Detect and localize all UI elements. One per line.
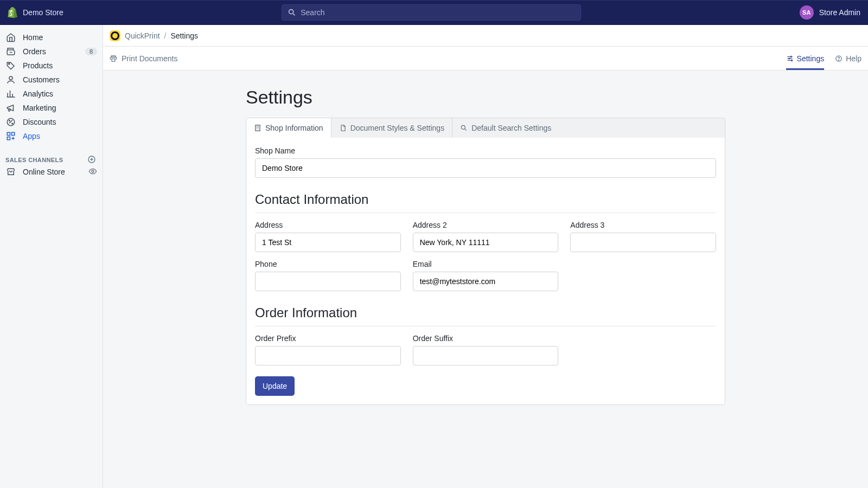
topbar-left: Demo Store xyxy=(8,7,63,18)
tab-default-search-settings[interactable]: Default Search Settings xyxy=(452,118,559,138)
label-order-suffix: Order Suffix xyxy=(413,334,559,343)
sidebar-item-label: Customers xyxy=(23,75,60,84)
subbar-link-settings[interactable]: Settings xyxy=(786,54,825,69)
sidebar-item-label: Home xyxy=(23,33,43,42)
sidebar-item-marketing[interactable]: Marketing xyxy=(0,101,103,115)
field-address-3: Address 3 xyxy=(570,221,716,252)
discounts-icon xyxy=(5,117,16,127)
sliders-icon xyxy=(786,55,794,62)
svg-point-5 xyxy=(9,120,10,121)
breadcrumb: QuickPrint / Settings xyxy=(103,25,868,47)
input-address-2[interactable] xyxy=(413,233,559,252)
sidebar-item-customers[interactable]: Customers xyxy=(0,73,103,87)
sidebar-item-apps[interactable]: Apps xyxy=(0,129,103,143)
label-email: Email xyxy=(413,260,559,268)
svg-point-11 xyxy=(92,170,94,172)
sidebar-item-label: Discounts xyxy=(23,118,56,126)
apps-icon xyxy=(5,131,16,142)
search-small-icon xyxy=(460,124,468,132)
sidebar-item-label: Analytics xyxy=(23,89,53,98)
sidebar-section-sales-channels: SALES CHANNELS xyxy=(0,155,103,165)
avatar: SA xyxy=(800,5,814,20)
sidebar-item-discounts[interactable]: Discounts xyxy=(0,115,103,129)
analytics-icon xyxy=(5,88,16,99)
sidebar-item-label: Marketing xyxy=(23,104,56,112)
input-address-3[interactable] xyxy=(570,233,716,252)
sidebar-item-label: Products xyxy=(23,61,53,70)
tab-shop-information[interactable]: Shop Information xyxy=(246,118,331,138)
subbar-settings-label: Settings xyxy=(797,54,825,63)
search-input[interactable] xyxy=(301,8,575,17)
admin-name: Store Admin xyxy=(819,8,860,17)
field-email: Email xyxy=(413,260,559,291)
page: Settings Shop Information Document Style… xyxy=(103,70,868,427)
customers-icon xyxy=(5,74,16,85)
add-circle-icon[interactable] xyxy=(87,155,97,165)
printer-icon xyxy=(110,55,117,62)
row-addresses: Address Address 2 Address 3 xyxy=(255,221,716,252)
divider xyxy=(255,213,716,213)
input-order-prefix[interactable] xyxy=(255,346,401,365)
shopify-logo-icon xyxy=(8,7,17,18)
label-address: Address xyxy=(255,221,401,229)
tab-label: Default Search Settings xyxy=(471,124,551,132)
subbar-print-label: Print Documents xyxy=(122,54,177,63)
sidebar-item-orders[interactable]: Orders 8 xyxy=(0,44,103,59)
breadcrumb-app-link[interactable]: QuickPrint xyxy=(125,31,160,40)
subbar-right: Settings Help xyxy=(786,48,861,69)
eye-icon[interactable] xyxy=(88,167,97,177)
products-icon xyxy=(5,60,16,71)
svg-rect-9 xyxy=(7,137,10,140)
field-address-2: Address 2 xyxy=(413,221,559,252)
field-order-suffix: Order Suffix xyxy=(413,334,559,365)
breadcrumb-current: Settings xyxy=(170,31,198,40)
label-order-prefix: Order Prefix xyxy=(255,334,401,343)
input-phone[interactable] xyxy=(255,272,401,291)
input-order-suffix[interactable] xyxy=(413,346,559,365)
svg-point-2 xyxy=(9,63,10,65)
label-address-2: Address 2 xyxy=(413,221,559,229)
svg-line-1 xyxy=(293,14,295,15)
label-shop-name: Shop Name xyxy=(255,146,716,155)
marketing-icon xyxy=(5,102,16,113)
svg-point-3 xyxy=(9,76,12,80)
row-phone-email: Phone Email xyxy=(255,260,716,291)
svg-point-20 xyxy=(461,125,465,129)
input-shop-name[interactable] xyxy=(255,158,716,178)
document-icon xyxy=(339,124,347,132)
update-button[interactable]: Update xyxy=(255,376,295,396)
sidebar-channel-online-store[interactable]: Online Store xyxy=(0,165,103,179)
input-address[interactable] xyxy=(255,233,401,252)
svg-point-18 xyxy=(839,60,839,60)
svg-rect-8 xyxy=(12,132,15,135)
svg-point-0 xyxy=(289,10,293,14)
field-shop-name: Shop Name xyxy=(255,146,716,178)
sidebar-item-label: Apps xyxy=(23,132,40,140)
online-store-icon xyxy=(5,166,16,177)
tab-label: Shop Information xyxy=(265,124,323,132)
svg-point-15 xyxy=(788,57,789,59)
input-email[interactable] xyxy=(413,272,559,291)
building-icon xyxy=(254,124,261,132)
svg-rect-13 xyxy=(112,59,115,61)
app-logo-icon xyxy=(110,30,120,41)
sidebar-channel-label: Online Store xyxy=(23,168,65,176)
sidebar-item-home[interactable]: Home xyxy=(0,30,103,44)
sidebar-item-analytics[interactable]: Analytics xyxy=(0,87,103,101)
tab-label: Document Styles & Settings xyxy=(350,124,445,132)
sidebar-item-products[interactable]: Products xyxy=(0,59,103,73)
subbar-help-label: Help xyxy=(846,54,861,63)
section-title-contact-information: Contact Information xyxy=(255,192,716,207)
tab-document-styles[interactable]: Document Styles & Settings xyxy=(331,118,453,138)
field-phone: Phone xyxy=(255,260,401,291)
subbar-link-help[interactable]: Help xyxy=(835,54,861,69)
breadcrumb-separator: / xyxy=(164,31,167,40)
container: Settings Shop Information Document Style… xyxy=(246,84,725,405)
home-icon xyxy=(5,32,16,43)
svg-rect-7 xyxy=(7,132,10,135)
search-icon xyxy=(288,8,296,17)
topbar-right[interactable]: SA Store Admin xyxy=(800,5,860,20)
page-title: Settings xyxy=(246,87,725,108)
subbar-print-documents[interactable]: Print Documents xyxy=(110,54,177,63)
search-wrap[interactable] xyxy=(282,4,581,21)
